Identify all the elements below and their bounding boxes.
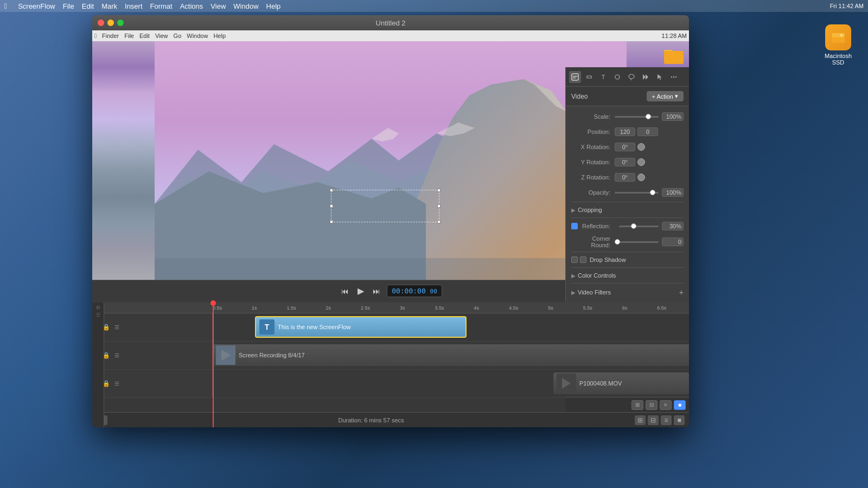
- z-rotation-circle[interactable]: [637, 174, 645, 181]
- macintosh-ssd-icon[interactable]: Macintosh SSD: [819, 24, 857, 66]
- z-rotation-label: Z Rotation:: [571, 174, 615, 181]
- ruler-5s: 5s: [548, 305, 553, 311]
- text-track-label: ☰: [114, 324, 119, 330]
- position-x-input[interactable]: [615, 127, 635, 136]
- svg-point-25: [675, 76, 676, 77]
- video-clip-thumb: [216, 345, 235, 365]
- opacity-slider[interactable]: [615, 192, 659, 194]
- opacity-value[interactable]: [662, 188, 684, 197]
- inner-menu-view[interactable]: View: [155, 33, 168, 39]
- reflection-checkbox[interactable]: [571, 223, 578, 229]
- menubar-help[interactable]: Help: [266, 2, 281, 10]
- timeline-layout-3[interactable]: ≡: [661, 415, 672, 425]
- text-tab[interactable]: T: [597, 71, 609, 83]
- menubar-app-name[interactable]: ScreenFlow: [18, 2, 55, 10]
- menubar-view[interactable]: View: [210, 2, 226, 10]
- panel-bottom-2[interactable]: ⊟: [646, 400, 658, 410]
- reflection-slider[interactable]: [619, 226, 659, 227]
- ruler-2s: 2s: [326, 305, 331, 311]
- menubar-mark[interactable]: Mark: [101, 2, 117, 10]
- drop-shadow-section[interactable]: Drop Shadow: [571, 254, 684, 265]
- divider-3: [571, 252, 684, 252]
- menubar-actions[interactable]: Actions: [180, 2, 203, 10]
- maximize-button[interactable]: [117, 20, 124, 26]
- mov-clip-thumb: [557, 374, 576, 393]
- action-dropdown-icon: ▾: [675, 93, 678, 100]
- scale-value[interactable]: 100%: [662, 112, 684, 121]
- divider-4: [571, 267, 684, 268]
- timeline-area: ⊞ ☰ 0.5s 1s 1.5s 2s 2.5s 3s 3.5s 4s 4.5s…: [92, 303, 689, 427]
- inner-menu-help[interactable]: Help: [213, 33, 226, 39]
- video-track-content[interactable]: Screen Recording 8/4/17: [213, 342, 689, 369]
- text-clip[interactable]: T This is the new ScreenFlow: [255, 316, 467, 338]
- menubar-format[interactable]: Format: [150, 2, 173, 10]
- text-track-content[interactable]: T This is the new ScreenFlow: [213, 313, 689, 341]
- text-track-controls: 👁 🔒 ☰: [92, 313, 213, 341]
- x-rotation-input[interactable]: [615, 143, 635, 151]
- playhead[interactable]: [213, 303, 214, 427]
- menubar-window[interactable]: Window: [233, 2, 258, 10]
- timecode-frames: 00: [430, 288, 437, 295]
- timeline-layout-2[interactable]: ⊟: [648, 415, 659, 425]
- y-rotation-input[interactable]: [615, 158, 635, 166]
- position-y-input[interactable]: [637, 127, 658, 136]
- action-button[interactable]: + Action ▾: [647, 91, 684, 101]
- inner-menu-file[interactable]: File: [124, 33, 134, 39]
- corner-round-value[interactable]: [662, 237, 684, 246]
- mov-track-content[interactable]: P1000408.MOV: [213, 370, 689, 397]
- inner-menu-finder[interactable]: : [94, 33, 97, 39]
- color-controls-section[interactable]: ▶ Color Controls: [571, 270, 684, 281]
- inner-menu-window[interactable]: Window: [187, 33, 208, 39]
- panel-bottom-3[interactable]: ≡: [660, 400, 672, 410]
- panel-bottom-buttons: ⊞ ⊟ ≡ ■: [565, 397, 689, 412]
- transition-tab[interactable]: [640, 71, 652, 83]
- skip-forward-button[interactable]: ⏭: [371, 286, 382, 297]
- reflection-value[interactable]: [662, 222, 684, 230]
- apple-menu[interactable]: : [4, 2, 7, 10]
- scale-slider[interactable]: [615, 116, 659, 118]
- ruler-6s: 6s: [622, 305, 628, 311]
- inner-menu-go[interactable]: Go: [174, 33, 182, 39]
- y-rotation-circle[interactable]: [637, 158, 645, 166]
- timecode-display: 00:00:00 00: [387, 285, 442, 297]
- inner-menu-finder-label[interactable]: Finder: [102, 33, 119, 39]
- more-tab[interactable]: [668, 71, 680, 83]
- title-bar: Untitled 2: [92, 15, 689, 30]
- drop-shadow-checkbox[interactable]: [571, 256, 578, 263]
- minimize-button[interactable]: [107, 20, 114, 26]
- callout-tab[interactable]: [626, 71, 637, 83]
- add-filter-button[interactable]: +: [679, 288, 684, 297]
- menubar-file[interactable]: File: [63, 2, 74, 10]
- z-rotation-input[interactable]: [615, 173, 635, 182]
- play-button[interactable]: ▶: [355, 285, 366, 297]
- cropping-label: Cropping: [578, 207, 602, 213]
- menubar-insert[interactable]: Insert: [125, 2, 143, 10]
- mov-clip-label: P1000408.MOV: [579, 380, 622, 387]
- video-filters-section[interactable]: ▶ Video Filters +: [571, 286, 684, 299]
- video-clip[interactable]: Screen Recording 8/4/17: [213, 344, 689, 366]
- cropping-section[interactable]: ▶ Cropping: [571, 204, 684, 215]
- panel-bottom-1[interactable]: ⊞: [631, 400, 643, 410]
- ruler-3s: 3s: [400, 305, 405, 311]
- drive-icon: [825, 24, 851, 50]
- motion-tab[interactable]: [611, 71, 623, 83]
- video-properties-tab[interactable]: [569, 71, 581, 83]
- menubar-edit[interactable]: Edit: [82, 2, 94, 10]
- cursor-tab[interactable]: [654, 71, 666, 83]
- close-button[interactable]: [98, 20, 104, 26]
- audio-tab[interactable]: [583, 71, 595, 83]
- color-controls-expand-icon: ▶: [571, 273, 576, 279]
- panel-bottom-4[interactable]: ■: [674, 400, 686, 410]
- drop-shadow-sub-checkbox[interactable]: [580, 256, 586, 263]
- timeline-layout-4[interactable]: ■: [674, 415, 685, 425]
- inner-menu-edit[interactable]: Edit: [139, 33, 150, 39]
- mov-clip[interactable]: P1000408.MOV: [553, 373, 689, 394]
- x-rotation-circle[interactable]: [637, 143, 645, 151]
- corner-round-slider[interactable]: [615, 241, 659, 243]
- skip-back-button[interactable]: ⏮: [339, 286, 351, 297]
- timeline-layout-1[interactable]: ⊞: [635, 415, 646, 425]
- panel-toolbar: T: [566, 67, 689, 87]
- panel-properties: Scale: 100% Position:: [566, 106, 689, 305]
- menubar-right: Fri 11:42 AM: [830, 3, 864, 9]
- y-rotation-label: Y Rotation:: [571, 159, 615, 165]
